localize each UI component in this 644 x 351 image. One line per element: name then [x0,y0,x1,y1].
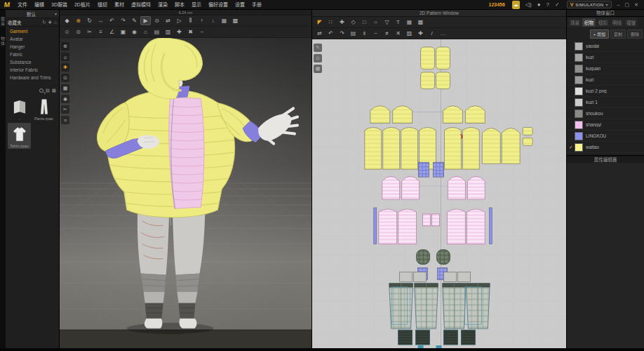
minimize-button[interactable]: – [617,0,620,10]
layer-icon[interactable]: ▤ [348,29,358,38]
cloud-sync-icon[interactable]: ☁ [512,1,520,9]
circle-tool-icon[interactable]: ○ [370,18,381,27]
play-icon[interactable]: ▷ [174,16,185,25]
fabric-row[interactable]: ✓ shoukou [567,108,644,119]
scene-3d[interactable]: ⊕☺✚⊙▦◉✂≡ [60,38,311,348]
multi-grid-icon[interactable]: ▩ [230,16,241,25]
maximize-button[interactable]: ▢ [625,0,630,10]
thumb-view-icon[interactable]: ▦ [52,88,56,93]
add-fabric-button[interactable]: + 增加 [590,29,609,39]
speaker-icon[interactable]: ◁) [525,1,532,9]
object-panel-tab[interactable]: 明线 [610,18,624,27]
fabric-row[interactable]: ✓ waitao [567,142,644,153]
arrangement-point-icon[interactable]: ⊙ [73,27,83,37]
grid-icon[interactable]: ▦ [314,65,322,73]
check-icon[interactable]: ✓ [555,1,560,9]
fabric-row[interactable]: ✓ kuzi 2 png [567,86,644,97]
search-icon[interactable] [39,88,43,93]
property-editor-header[interactable]: 属性编辑器 [567,155,644,163]
pin-tool-icon[interactable]: ⊙ [152,16,162,25]
menu-item[interactable]: 文件 [14,0,31,10]
home-view-icon[interactable]: ⌂ [140,27,151,37]
remove-icon[interactable]: ✖ [185,27,196,37]
library-preset-row[interactable]: 默认 ▾ [6,10,59,18]
fabric-row[interactable]: ✓ kuzi 1 [567,97,644,108]
menu-item[interactable]: 显示 [188,0,205,10]
seam-allowance-icon[interactable]: ✚ [415,29,426,38]
transform-pattern-icon[interactable]: ◤ [314,18,325,27]
avatar-tool-icon[interactable]: ☺ [61,53,69,61]
polygon-tool-icon[interactable]: ◇ [348,18,358,27]
menu-item[interactable]: 素材 [111,0,128,10]
grading-icon[interactable]: ▦ [404,18,415,27]
menu-item[interactable]: 2D板片 [71,0,94,10]
mode-dropdown[interactable]: V SIMULATION ▾ [567,1,612,8]
fabric-row[interactable]: ✓ kuzi [567,74,644,86]
dart-tool-icon[interactable]: ▽ [382,18,392,27]
wind-icon[interactable]: ~ [196,27,207,37]
scissors-icon[interactable]: ✂ [84,27,95,37]
fabric-row[interactable]: ✓ kuzi [567,52,644,63]
object-panel-tab[interactable]: 褶皱 [624,18,638,27]
account-icon[interactable]: ● [537,1,541,9]
tape-measure-icon[interactable]: ≡ [95,27,106,37]
menu-item[interactable]: 渲染 [154,0,171,10]
rect-tool-icon[interactable]: □ [359,18,370,27]
menu-item[interactable]: 编辑 [31,0,48,10]
edit-pattern-icon[interactable]: ∷ [326,18,336,27]
fabric-row[interactable]: ✓ yaodai [567,41,644,52]
pen-tool-icon[interactable]: ✎ [129,16,140,25]
library-category[interactable]: Avatar [6,35,59,43]
grid-icon[interactable]: ▦ [61,84,69,93]
notch-icon[interactable]: … [438,29,448,38]
library-category[interactable]: Hanger [6,43,59,51]
pin-icon[interactable]: ⊙ [61,74,69,82]
menu-item[interactable]: 偏好设置 [205,0,232,10]
library-header-icon[interactable]: ⌂ [54,20,57,25]
object-panel-tab[interactable]: 织物 [582,18,596,27]
pin-icon[interactable]: ⊙ [314,54,322,62]
add-icon[interactable]: ✚ [174,27,185,37]
slash-icon[interactable]: / [427,29,437,38]
tape-icon[interactable]: ≡ [61,116,69,124]
library-category[interactable]: Substance [6,58,59,66]
rotate-tool-icon[interactable]: ↻ [84,16,95,25]
layer-icon[interactable]: ▤ [152,27,162,37]
library-category[interactable]: Fabric [6,51,59,58]
move-gizmo-icon[interactable]: ⊕ [61,42,69,51]
sync-icon[interactable]: ⇄ [163,16,173,25]
close-button[interactable]: ✕ [634,0,638,10]
free-sew-icon[interactable]: ~ [370,29,381,38]
texture-icon[interactable]: ▥ [163,27,173,37]
avatar-display-icon[interactable]: ☺ [62,27,72,37]
hatch-icon[interactable]: ▨ [404,29,415,38]
text-tool-icon[interactable]: T [393,18,403,27]
redo-icon[interactable]: ↷ [337,29,347,38]
drop-garment-icon[interactable]: ↓ [208,16,218,25]
lift-garment-icon[interactable]: ↑ [196,16,207,25]
library-category[interactable]: Hardware and Trims [6,74,59,81]
library-item[interactable]: Tshirt.zpac [8,123,31,149]
grid-icon[interactable]: ▦ [219,16,229,25]
library-header-icon[interactable]: ↻ [42,20,46,25]
menu-item[interactable]: 设置 [232,0,248,10]
simulate-button[interactable]: ▶ [140,16,151,25]
delete-fabric-button[interactable]: 删除 [627,29,643,39]
angle-measure-icon[interactable]: ∠ [107,27,117,37]
add-point-icon[interactable]: ✚ [337,18,347,27]
menu-item[interactable]: 3D服装 [48,0,71,10]
library-header-icon[interactable]: ✚ [48,20,52,25]
menu-item[interactable]: 手册 [248,0,265,10]
bounding-box-icon[interactable]: ▣ [118,27,128,37]
library-category[interactable]: Garment [6,27,59,35]
gizmo-icon[interactable]: ◆ [62,16,72,25]
list-view-icon[interactable]: ▤ [46,88,50,93]
sync-2d-icon[interactable]: ⇄ [314,29,325,38]
object-panel-tab[interactable]: 场景 [568,18,582,27]
fold-arrangement-icon[interactable]: ✕ [393,29,403,38]
fabric-row[interactable]: ✓ kuguan [567,63,644,74]
undo-icon[interactable]: ↶ [326,29,336,38]
fabric-row[interactable]: ✓ LINGKOU [567,131,644,142]
library-item[interactable]: .. [8,95,31,121]
undo-icon[interactable]: ↶ [107,16,117,25]
